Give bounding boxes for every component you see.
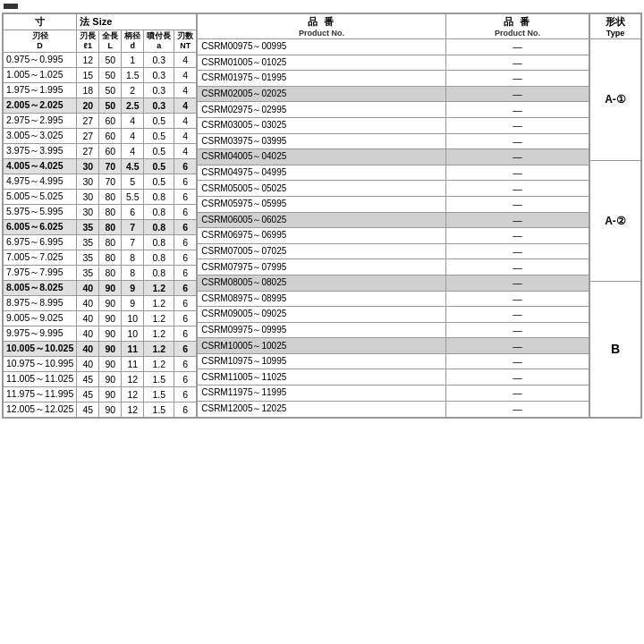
left-cell: 40 [77, 326, 99, 341]
left-cell: 0.3 [144, 97, 174, 113]
left-cell: 80 [99, 250, 122, 265]
size-header-jp: 寸 [4, 14, 77, 30]
left-cell: 50 [99, 52, 122, 67]
left-cell: 90 [99, 356, 122, 371]
left-cell: 40 [77, 280, 99, 295]
product-number-1: CSRM03005～03025 [198, 117, 446, 133]
left-cell: 35 [77, 265, 99, 280]
left-cell: 40 [77, 356, 99, 371]
product-number-2: — [445, 117, 589, 133]
left-cell: 80 [99, 204, 122, 219]
pn1-header: 品 番 Product No. [198, 14, 446, 39]
product-number-1: CSRM04005～04025 [198, 149, 446, 165]
left-cell: 50 [99, 82, 122, 97]
product-number-1: CSRM09005～09025 [198, 307, 446, 323]
left-cell: 27 [77, 143, 99, 158]
product-number-2: — [445, 196, 589, 212]
product-number-1: CSRM10005～10025 [198, 338, 446, 354]
product-number-2: — [445, 291, 589, 307]
left-cell: 60 [99, 143, 122, 158]
product-number-2: — [445, 243, 589, 259]
left-cell: 6 [174, 234, 197, 250]
left-cell: 0.3 [144, 52, 174, 67]
left-cell: 4.005～4.025 [4, 158, 77, 174]
left-cell: 4 [174, 82, 197, 97]
type-cell-B: B [590, 282, 641, 418]
left-cell: 90 [99, 295, 122, 310]
product-number-2: — [445, 353, 589, 369]
product-number-1: CSRM08975～08995 [198, 291, 446, 307]
left-cell: 5.005～5.025 [4, 189, 77, 204]
product-number-1: CSRM11975～11995 [198, 386, 446, 402]
left-cell: 0.8 [144, 219, 174, 234]
left-cell: 8.005～8.025 [4, 280, 77, 295]
product-number-1: CSRM02005～02025 [198, 86, 446, 102]
left-cell: 30 [77, 204, 99, 219]
left-cell: 6 [122, 204, 144, 219]
left-cell: 11.975～11.995 [4, 386, 77, 402]
col-nt: 刃数NT [174, 30, 197, 53]
left-cell: 2 [122, 82, 144, 97]
left-cell: 0.8 [144, 265, 174, 280]
left-cell: 7 [122, 234, 144, 250]
left-cell: 15 [77, 67, 99, 82]
title-bar [4, 4, 18, 9]
product-number-1: CSRM08005～08025 [198, 275, 446, 291]
product-number-2: — [445, 259, 589, 275]
left-cell: 1.975～1.995 [4, 82, 77, 97]
right-section: 品 番 Product No. 品 番 Product No. CSRM0097… [197, 13, 641, 418]
product-number-1: CSRM07975～07995 [198, 259, 446, 275]
page-wrapper: 寸 法 Size 刃径D 刃長ℓ1 全長L 柄径d 噴付長a 刃数NT 0.97… [0, 0, 644, 419]
col-L: 全長L [99, 30, 122, 53]
left-cell: 6 [174, 402, 197, 417]
left-cell: 60 [99, 113, 122, 128]
left-cell: 80 [99, 265, 122, 280]
left-cell: 35 [77, 234, 99, 250]
left-cell: 10 [122, 310, 144, 326]
product-number-2: — [445, 275, 589, 291]
product-number-2: — [445, 39, 589, 55]
product-number-2: — [445, 133, 589, 149]
left-cell: 6 [174, 250, 197, 265]
left-cell: 6 [174, 295, 197, 310]
left-cell: 18 [77, 82, 99, 97]
product-number-2: — [445, 181, 589, 197]
left-cell: 12 [122, 371, 144, 386]
left-cell: 70 [99, 158, 122, 174]
left-cell: 90 [99, 386, 122, 402]
left-cell: 1 [122, 52, 144, 67]
col-l1: 刃長ℓ1 [77, 30, 99, 53]
product-number-2: — [445, 55, 589, 71]
left-cell: 80 [99, 234, 122, 250]
product-number-1: CSRM05005～05025 [198, 181, 446, 197]
left-cell: 10 [122, 326, 144, 341]
left-cell: 0.975～0.995 [4, 52, 77, 67]
product-number-2: — [445, 86, 589, 102]
col-d: 刃径D [4, 30, 77, 53]
left-cell: 30 [77, 174, 99, 189]
left-cell: 6.005～6.025 [4, 219, 77, 234]
product-number-2: — [445, 71, 589, 87]
left-cell: 0.8 [144, 204, 174, 219]
left-cell: 1.005～1.025 [4, 67, 77, 82]
left-cell: 5.975～5.995 [4, 204, 77, 219]
left-cell: 35 [77, 219, 99, 234]
product-number-1: CSRM09975～09995 [198, 322, 446, 338]
product-number-2: — [445, 401, 589, 417]
type-cell-A-②: A-② [590, 160, 641, 282]
left-cell: 35 [77, 250, 99, 265]
left-cell: 30 [77, 158, 99, 174]
left-cell: 6 [174, 356, 197, 371]
col-a: 噴付長a [144, 30, 174, 53]
type-column: 形状 Type A-①A-②B [589, 13, 641, 418]
left-cell: 2.5 [122, 97, 144, 113]
left-cell: 40 [77, 341, 99, 356]
product-number-1: CSRM03975～03995 [198, 133, 446, 149]
left-cell: 1.2 [144, 341, 174, 356]
pn2-header: 品 番 Product No. [445, 14, 589, 39]
left-cell: 1.2 [144, 326, 174, 341]
left-cell: 0.8 [144, 250, 174, 265]
left-cell: 6.975～6.995 [4, 234, 77, 250]
left-cell: 4 [174, 67, 197, 82]
left-table: 寸 法 Size 刃径D 刃長ℓ1 全長L 柄径d 噴付長a 刃数NT 0.97… [3, 13, 197, 418]
